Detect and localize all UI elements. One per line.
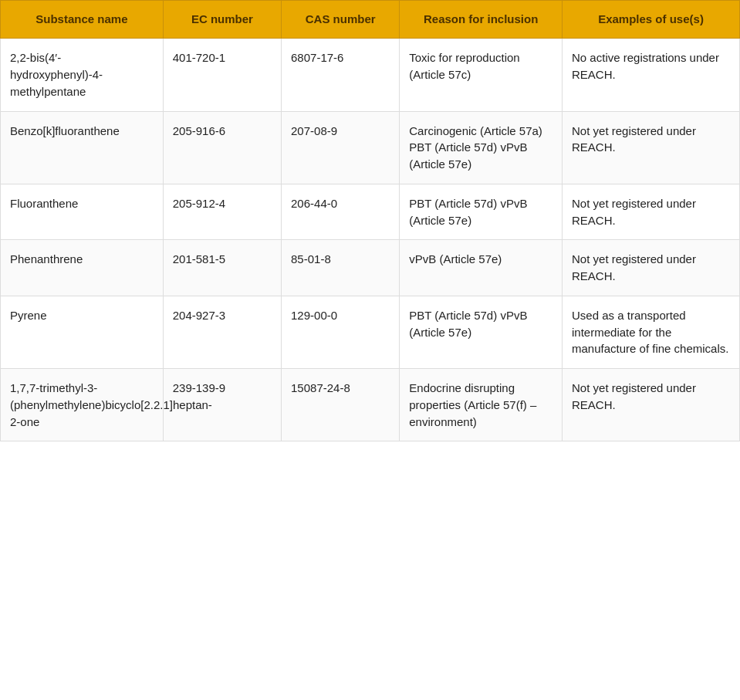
cell-ec-4: 204-927-3: [163, 296, 281, 368]
main-table-container: Substance name EC number CAS number Reas…: [0, 0, 740, 441]
cell-cas-2: 206-44-0: [282, 184, 400, 240]
cell-examples-5: Not yet registered under REACH.: [563, 369, 740, 441]
header-cas-number: CAS number: [282, 1, 400, 39]
cell-ec-1: 205-916-6: [163, 111, 281, 184]
table-row: 1,7,7-trimethyl-3-(phenylmethylene)bicyc…: [1, 369, 740, 441]
cell-name-3: Phenanthrene: [1, 240, 164, 296]
cell-ec-2: 205-912-4: [163, 184, 281, 240]
cell-reason-2: PBT (Article 57d) vPvB (Article 57e): [400, 184, 563, 240]
cell-ec-0: 401-720-1: [163, 39, 281, 111]
cell-reason-5: Endocrine disrupting properties (Article…: [400, 369, 563, 441]
table-row: Phenanthrene201-581-585-01-8vPvB (Articl…: [1, 240, 740, 296]
header-substance-name: Substance name: [1, 1, 164, 39]
cell-cas-3: 85-01-8: [282, 240, 400, 296]
cell-cas-1: 207-08-9: [282, 111, 400, 184]
header-reason: Reason for inclusion: [400, 1, 563, 39]
table-row: 2,2-bis(4′-hydroxyphenyl)-4-methylpentan…: [1, 39, 740, 111]
cell-reason-0: Toxic for reproduction (Article 57c): [400, 39, 563, 111]
cell-ec-3: 201-581-5: [163, 240, 281, 296]
cell-cas-5: 15087-24-8: [282, 369, 400, 441]
cell-name-5: 1,7,7-trimethyl-3-(phenylmethylene)bicyc…: [1, 369, 164, 441]
cell-examples-4: Used as a transported intermediate for t…: [563, 296, 740, 368]
cell-cas-4: 129-00-0: [282, 296, 400, 368]
cell-reason-1: Carcinogenic (Article 57a) PBT (Article …: [400, 111, 563, 184]
cell-name-1: Benzo[k]fluoranthene: [1, 111, 164, 184]
cell-cas-0: 6807-17-6: [282, 39, 400, 111]
cell-examples-0: No active registrations under REACH.: [563, 39, 740, 111]
header-ec-number: EC number: [163, 1, 281, 39]
header-examples: Examples of use(s): [563, 1, 740, 39]
cell-name-2: Fluoranthene: [1, 184, 164, 240]
table-row: Fluoranthene205-912-4206-44-0PBT (Articl…: [1, 184, 740, 240]
table-header-row: Substance name EC number CAS number Reas…: [1, 1, 740, 39]
table-body: 2,2-bis(4′-hydroxyphenyl)-4-methylpentan…: [1, 39, 740, 441]
substances-table: Substance name EC number CAS number Reas…: [0, 0, 740, 441]
cell-examples-2: Not yet registered under REACH.: [563, 184, 740, 240]
cell-reason-3: vPvB (Article 57e): [400, 240, 563, 296]
cell-name-4: Pyrene: [1, 296, 164, 368]
table-row: Pyrene204-927-3129-00-0PBT (Article 57d)…: [1, 296, 740, 368]
cell-examples-3: Not yet registered under REACH.: [563, 240, 740, 296]
cell-examples-1: Not yet registered under REACH.: [563, 111, 740, 184]
cell-name-0: 2,2-bis(4′-hydroxyphenyl)-4-methylpentan…: [1, 39, 164, 111]
cell-reason-4: PBT (Article 57d) vPvB (Article 57e): [400, 296, 563, 368]
table-row: Benzo[k]fluoranthene205-916-6207-08-9Car…: [1, 111, 740, 184]
